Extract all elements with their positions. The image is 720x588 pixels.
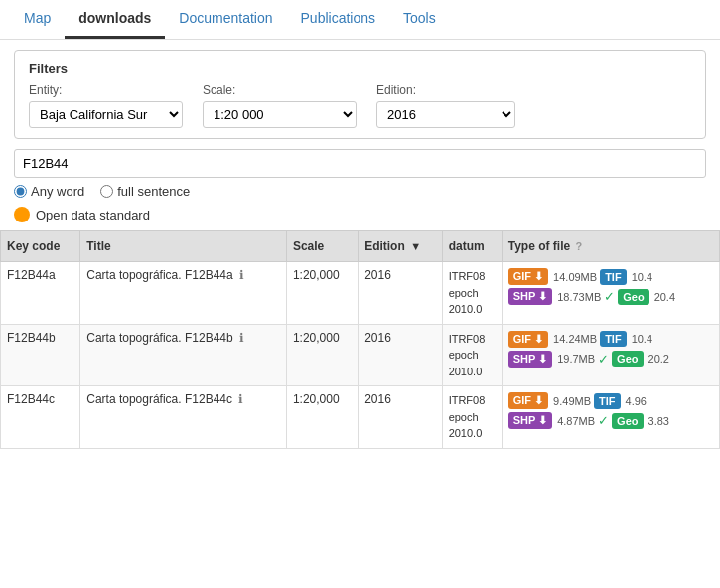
check-icon: ✓	[598, 413, 609, 428]
entity-filter: Entity: Baja California Sur	[29, 83, 183, 128]
col-scale: Scale	[286, 231, 358, 262]
cell-filetype: GIF ⬇9.49MBTIF4.96SHP ⬇4.87MB ✓Geo3.83	[502, 386, 719, 449]
file-size: 9.49MB	[553, 395, 591, 407]
cell-edition: 2016	[359, 386, 443, 449]
radio-any-word-label: Any word	[31, 184, 84, 199]
table-container: Key codeTitleScaleEdition ▼datumType of …	[0, 230, 720, 449]
search-input[interactable]	[14, 149, 706, 178]
file-size: 19.7MB	[557, 353, 595, 365]
radio-full-sentence-input[interactable]	[100, 185, 113, 198]
col-title: Title	[80, 231, 287, 262]
cell-title: Carta topográfica. F12B44a ℹ	[80, 262, 287, 325]
nav-item-publications[interactable]: Publications	[287, 0, 390, 39]
badge-gif[interactable]: GIF ⬇	[508, 331, 548, 348]
results-table: Key codeTitleScaleEdition ▼datumType of …	[0, 230, 720, 449]
scale-label: Scale:	[203, 83, 357, 97]
cell-edition: 2016	[359, 324, 443, 386]
radio-row: Any word full sentence	[14, 184, 706, 199]
edition-label: Edition:	[376, 83, 515, 97]
badge-gif[interactable]: GIF ⬇	[508, 392, 548, 409]
check-icon: ✓	[604, 289, 615, 304]
entity-select[interactable]: Baja California Sur	[29, 101, 183, 128]
badge-shp[interactable]: SHP ⬇	[508, 288, 552, 305]
cell-scale: 1:20,000	[286, 386, 358, 449]
open-data-row: Open data standard	[14, 207, 706, 222]
cell-filetype: GIF ⬇14.09MBTIF10.4SHP ⬇18.73MB ✓Geo20.4	[502, 262, 719, 325]
filters-box: Filters Entity: Baja California Sur Scal…	[14, 50, 706, 139]
badge-alt-tif[interactable]: TIF	[600, 331, 627, 347]
badge-alt-geo[interactable]: Geo	[612, 413, 643, 429]
badge-alt-tif[interactable]: TIF	[600, 269, 627, 285]
file-alt-size: 10.4	[632, 271, 652, 283]
cell-keycode: F12B44a	[1, 262, 80, 325]
filters-title: Filters	[29, 61, 691, 75]
cell-title: Carta topográfica. F12B44b ℹ	[80, 324, 287, 386]
file-size: 14.09MB	[553, 271, 597, 283]
file-alt-size: 3.83	[648, 415, 669, 427]
file-row: SHP ⬇19.7MB ✓Geo20.2	[508, 351, 713, 368]
search-row	[14, 149, 706, 178]
info-icon[interactable]: ℹ	[238, 392, 243, 406]
file-row: SHP ⬇18.73MB ✓Geo20.4	[508, 288, 713, 305]
col-edition[interactable]: Edition ▼	[359, 231, 443, 262]
check-icon: ✓	[598, 352, 609, 367]
file-row: SHP ⬇4.87MB ✓Geo3.83	[508, 412, 713, 429]
info-icon[interactable]: ℹ	[239, 331, 244, 345]
cell-scale: 1:20,000	[286, 262, 358, 325]
file-size: 14.24MB	[553, 333, 597, 345]
cell-title: Carta topográfica. F12B44c ℹ	[80, 386, 287, 449]
file-alt-size: 20.4	[654, 291, 675, 303]
badge-alt-geo[interactable]: Geo	[618, 289, 648, 305]
cell-edition: 2016	[359, 262, 443, 325]
nav-item-downloads[interactable]: downloads	[65, 0, 165, 39]
edition-filter: Edition: 2016	[376, 83, 515, 128]
table-row: F12B44cCarta topográfica. F12B44c ℹ1:20,…	[1, 386, 720, 449]
table-row: F12B44aCarta topográfica. F12B44a ℹ1:20,…	[1, 262, 720, 325]
badge-shp[interactable]: SHP ⬇	[508, 412, 552, 429]
file-alt-size: 20.2	[648, 353, 669, 365]
nav-item-documentation[interactable]: Documentation	[165, 0, 286, 39]
table-row: F12B44bCarta topográfica. F12B44b ℹ1:20,…	[1, 324, 720, 386]
cell-scale: 1:20,000	[286, 324, 358, 386]
file-row: GIF ⬇14.09MBTIF10.4	[508, 268, 713, 285]
info-icon[interactable]: ℹ	[239, 268, 244, 282]
cell-keycode: F12B44c	[1, 386, 80, 449]
cell-datum: ITRF08epoch2010.0	[442, 324, 502, 386]
open-data-icon	[14, 207, 30, 222]
nav-item-map[interactable]: Map	[10, 0, 65, 39]
radio-full-sentence[interactable]: full sentence	[100, 184, 190, 199]
col-filetype[interactable]: Type of file ?	[502, 231, 719, 262]
file-alt-size: 4.96	[626, 395, 647, 407]
radio-any-word[interactable]: Any word	[14, 184, 84, 199]
scale-select[interactable]: 1:20 000	[203, 101, 357, 128]
file-alt-size: 10.4	[632, 333, 652, 345]
file-size: 4.87MB	[557, 415, 595, 427]
col-datum: datum	[442, 231, 502, 262]
file-row: GIF ⬇14.24MBTIF10.4	[508, 331, 713, 348]
badge-alt-tif[interactable]: TIF	[594, 393, 621, 409]
badge-shp[interactable]: SHP ⬇	[508, 351, 552, 368]
badge-gif[interactable]: GIF ⬇	[508, 268, 548, 285]
scale-filter: Scale: 1:20 000	[203, 83, 357, 128]
col-keycode: Key code	[1, 231, 80, 262]
navigation: MapdownloadsDocumentationPublicationsToo…	[0, 0, 720, 40]
edition-select[interactable]: 2016	[376, 101, 515, 128]
sort-arrow-icon: ▼	[410, 240, 421, 252]
cell-datum: ITRF08epoch2010.0	[442, 386, 502, 449]
help-icon[interactable]: ?	[576, 240, 583, 252]
file-size: 18.73MB	[557, 291, 601, 303]
radio-full-sentence-label: full sentence	[117, 184, 190, 199]
badge-alt-geo[interactable]: Geo	[612, 351, 643, 367]
cell-filetype: GIF ⬇14.24MBTIF10.4SHP ⬇19.7MB ✓Geo20.2	[502, 324, 719, 386]
cell-keycode: F12B44b	[1, 324, 80, 386]
nav-item-tools[interactable]: Tools	[389, 0, 450, 39]
file-row: GIF ⬇9.49MBTIF4.96	[508, 392, 713, 409]
open-data-label: Open data standard	[36, 208, 150, 222]
radio-any-word-input[interactable]	[14, 185, 27, 198]
entity-label: Entity:	[29, 83, 183, 97]
cell-datum: ITRF08epoch2010.0	[442, 262, 502, 325]
